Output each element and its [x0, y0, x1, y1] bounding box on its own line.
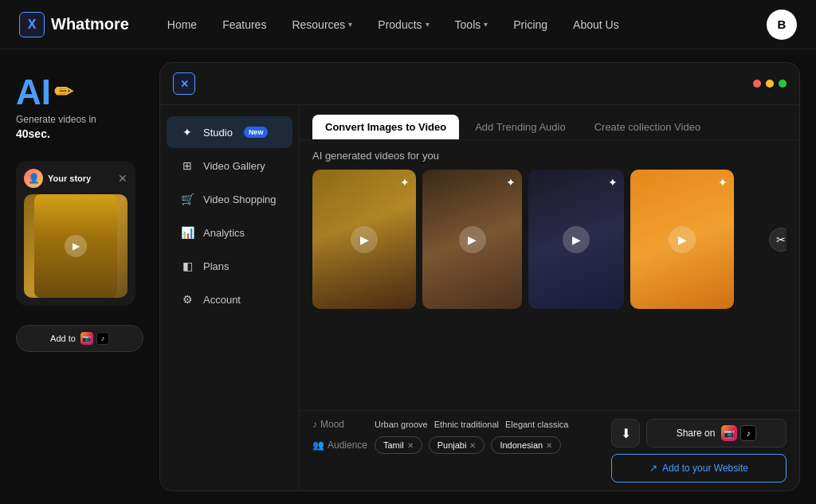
video-grid: ✦ ▶ ✦ ▶ ✦ ▶ ✦ — [312, 170, 787, 309]
nav-pricing[interactable]: Pricing — [513, 18, 547, 31]
sidebar-item-video-shopping[interactable]: 🛒 Video Shopping — [167, 183, 292, 215]
sidebar-item-account[interactable]: ⚙ Account — [167, 283, 292, 315]
tag-punjabi-remove[interactable]: ✕ — [469, 441, 476, 450]
nav-links: Home Features Resources ▾ Products ▾ Too… — [167, 18, 767, 31]
tag-punjabi-label: Punjabi — [437, 440, 467, 450]
sidebar-video-shopping-label: Video Shopping — [203, 193, 277, 205]
sidebar-studio-label: Studio — [203, 127, 233, 139]
modal-logo-icon: ✕ — [173, 72, 195, 95]
tag-indonesian-label: Indonesian — [500, 440, 543, 450]
video-play-3[interactable]: ▶ — [563, 226, 590, 253]
bottom-bar: ♪ Mood Urban groove Ethnic traditional E… — [300, 410, 799, 490]
sidebar-item-analytics[interactable]: 📊 Analytics — [167, 217, 292, 248]
tabs: Convert Images to Video Add Trending Aud… — [300, 105, 799, 140]
mood-ethnic[interactable]: Ethnic traditional — [434, 420, 499, 429]
nav-resources[interactable]: Resources ▾ — [292, 18, 352, 31]
audience-icon: 👥 — [312, 440, 324, 451]
add-to-website-button[interactable]: ↗ Add to your Website — [611, 454, 787, 483]
sidebar: ✦ Studio New ⊞ Video Gallery 🛒 Video Sho… — [160, 105, 300, 490]
nav-home[interactable]: Home — [167, 18, 197, 31]
dot-red — [753, 80, 761, 88]
video-gallery-icon: ⊞ — [179, 158, 195, 174]
logo-icon: X — [19, 12, 45, 37]
analytics-icon: 📊 — [179, 225, 195, 240]
nav-products[interactable]: Products ▾ — [378, 18, 429, 31]
sidebar-item-plans[interactable]: ◧ Plans — [167, 250, 292, 282]
modal-header: ✕ — [160, 63, 799, 105]
bottom-left: ♪ Mood Urban groove Ethnic traditional E… — [312, 419, 598, 454]
ai-label: AI✏ — [16, 75, 143, 110]
download-button[interactable]: ⬇ — [611, 419, 640, 447]
navbar: X Whatmore Home Features Resources ▾ Pro… — [0, 0, 816, 49]
tab-collection[interactable]: Create collection Video — [582, 115, 713, 139]
share-icons: 📷 ♪ — [721, 425, 756, 441]
mood-elegant[interactable]: Elegant classica — [505, 420, 569, 429]
share-label: Share on — [677, 428, 716, 439]
video-play-4[interactable]: ▶ — [669, 226, 696, 253]
nav-about[interactable]: About Us — [573, 18, 619, 31]
sidebar-video-gallery-label: Video Gallery — [203, 160, 265, 172]
audience-row: 👥 Audience Tamil ✕ Punjabi ✕ — [312, 436, 598, 454]
instagram-icon: 📷 — [721, 425, 737, 441]
left-panel: AI✏ Generate videos in 40sec. 👤 Your sto… — [16, 62, 143, 491]
nav-tools[interactable]: Tools ▾ — [455, 18, 488, 31]
sidebar-plans-label: Plans — [203, 260, 230, 272]
story-avatar-icon: 👤 — [24, 169, 43, 188]
add-to-label: Add to — [50, 334, 76, 343]
logo-text: Whatmore — [51, 15, 129, 33]
mood-row: ♪ Mood Urban groove Ethnic traditional E… — [312, 419, 598, 430]
tab-convert[interactable]: Convert Images to Video — [312, 115, 459, 139]
social-icons: 📷 ♪ — [80, 332, 109, 345]
content-area: AI✏ Generate videos in 40sec. 👤 Your sto… — [0, 49, 816, 504]
tab-audio[interactable]: Add Trending Audio — [462, 115, 578, 139]
tag-indonesian-remove[interactable]: ✕ — [546, 441, 552, 450]
section-title: AI generated videos for you — [312, 150, 787, 162]
video-card-1[interactable]: ✦ ▶ — [312, 170, 416, 309]
website-icon: ↗ — [649, 463, 657, 474]
mood-icon: ♪ — [312, 419, 317, 430]
main-modal: ✕ ✦ Studio New ⊞ Video Gallery — [159, 62, 800, 491]
sparkle-icon-2: ✦ — [506, 176, 516, 189]
action-row: ⬇ Share on 📷 ♪ — [611, 419, 787, 447]
new-badge: New — [244, 127, 269, 138]
video-card-2[interactable]: ✦ ▶ — [422, 170, 522, 309]
studio-icon: ✦ — [179, 124, 195, 140]
right-content: Convert Images to Video Add Trending Aud… — [300, 105, 799, 490]
story-thumbnail[interactable]: ▶ — [24, 194, 128, 298]
sidebar-item-studio[interactable]: ✦ Studio New — [167, 116, 292, 148]
tag-tamil-remove[interactable]: ✕ — [407, 441, 414, 450]
video-play-1[interactable]: ▶ — [351, 226, 378, 253]
account-icon: ⚙ — [179, 291, 195, 307]
nav-features[interactable]: Features — [222, 18, 266, 31]
mood-urban[interactable]: Urban groove — [375, 420, 428, 429]
audience-tag-punjabi[interactable]: Punjabi ✕ — [429, 436, 485, 454]
tiktok-icon-small: ♪ — [96, 332, 109, 345]
ai-sparkle-icon: ✏ — [54, 81, 73, 104]
story-name: Your story — [48, 174, 91, 183]
sidebar-item-video-gallery[interactable]: ⊞ Video Gallery — [167, 150, 292, 182]
video-section: AI generated videos for you ✦ ▶ ✦ ▶ — [300, 140, 799, 410]
scroll-right-button[interactable]: ✂ — [769, 228, 787, 252]
sidebar-analytics-label: Analytics — [203, 227, 245, 239]
nav-logo[interactable]: X Whatmore — [19, 12, 129, 37]
user-avatar-button[interactable]: B — [767, 10, 797, 40]
sparkle-icon-4: ✦ — [718, 176, 728, 189]
modal-body: ✦ Studio New ⊞ Video Gallery 🛒 Video Sho… — [160, 105, 799, 490]
sparkle-icon-3: ✦ — [608, 176, 618, 189]
audience-tag-tamil[interactable]: Tamil ✕ — [375, 436, 422, 454]
sparkle-icon-1: ✦ — [400, 176, 410, 189]
video-card-4[interactable]: ✦ ▶ — [630, 170, 734, 309]
sidebar-account-label: Account — [203, 294, 241, 306]
add-to-button[interactable]: Add to 📷 ♪ — [16, 325, 143, 352]
tiktok-icon: ♪ — [740, 425, 756, 441]
ai-subtitle: Generate videos in 40sec. — [16, 113, 143, 142]
instagram-icon-small: 📷 — [80, 332, 93, 345]
story-close-button[interactable]: ✕ — [118, 172, 128, 185]
dot-yellow — [766, 80, 774, 88]
share-button[interactable]: Share on 📷 ♪ — [646, 419, 787, 447]
video-card-3[interactable]: ✦ ▶ — [528, 170, 624, 309]
story-header: 👤 Your story ✕ — [24, 169, 128, 188]
audience-tag-indonesian[interactable]: Indonesian ✕ — [491, 436, 561, 454]
dot-green — [779, 80, 787, 88]
video-play-2[interactable]: ▶ — [459, 226, 486, 253]
